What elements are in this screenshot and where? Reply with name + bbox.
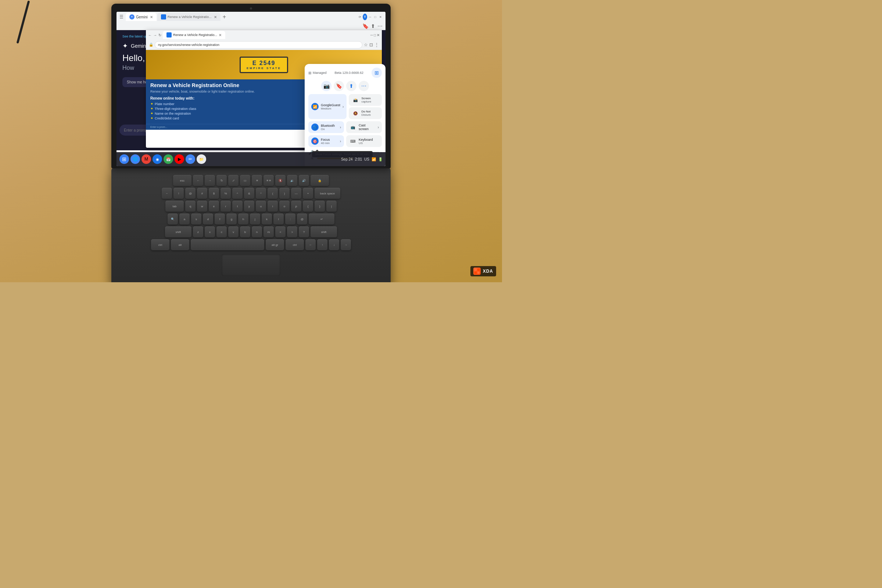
arrow-right-key[interactable]: → [340, 239, 351, 250]
close-button[interactable]: ✕ [378, 15, 382, 19]
key-k[interactable]: k [262, 213, 272, 225]
qs-screen-capture-tile[interactable]: 📸 Screen capture [349, 94, 382, 106]
key-8[interactable]: * [256, 188, 266, 199]
key-t[interactable]: t [232, 201, 243, 212]
nygov-back-icon[interactable]: ← [148, 33, 152, 37]
bright-down-key[interactable]: ☀ [252, 175, 262, 186]
key-u[interactable]: u [256, 201, 266, 212]
gemini-tab[interactable]: ✦ Gemini ✕ [126, 13, 156, 21]
fullscreen-key[interactable]: ⤢ [228, 175, 238, 186]
nygov-tab-in-gemini[interactable]: Renew a Vehicle Registratio... ✕ [157, 13, 220, 21]
vol-up-key[interactable]: 🔊 [299, 175, 309, 186]
wifi-arrow[interactable]: › [342, 105, 344, 109]
key-a[interactable]: a [179, 213, 190, 225]
key-5[interactable]: % [220, 188, 231, 199]
taskbar-youtube-icon[interactable]: ▶ [175, 154, 184, 164]
new-tab-button[interactable]: + [223, 14, 226, 20]
window-key[interactable]: ▭ [240, 175, 250, 186]
qs-bookmark-icon-button[interactable]: 🔖 [334, 81, 344, 91]
focus-arrow[interactable]: › [340, 139, 341, 143]
alt-gr-key[interactable]: alt gr [266, 239, 284, 250]
key-h[interactable]: h [238, 213, 248, 225]
minimize-button[interactable]: ─ [368, 15, 372, 19]
taskbar-calendar-icon[interactable]: 📅 [164, 154, 173, 164]
right-shift-key[interactable]: shift [310, 226, 337, 237]
tab-key[interactable]: tab [165, 201, 184, 212]
lock-key[interactable]: 🔒 [310, 175, 329, 186]
key-4[interactable]: $ [209, 188, 219, 199]
alt-key[interactable]: alt [171, 239, 189, 250]
qs-cast-tile[interactable]: 📺 Cast screen › [346, 121, 382, 133]
profile-icon[interactable]: T [363, 15, 367, 19]
key-z[interactable]: z [193, 226, 203, 237]
enter-key[interactable]: ↵ [309, 213, 334, 225]
key-minus[interactable]: — [291, 188, 302, 199]
nygov-maximize[interactable]: □ [374, 33, 376, 37]
more-icon[interactable]: ⋯ [377, 23, 382, 29]
key-rbracket[interactable]: } [315, 201, 325, 212]
nygov-more-icon[interactable]: ⋮ [375, 42, 379, 47]
forward-key[interactable]: → [205, 175, 215, 186]
key-0[interactable]: ) [279, 188, 290, 199]
key-w[interactable]: w [197, 201, 207, 212]
nygov-close-tab[interactable]: ✕ [219, 33, 222, 37]
key-period[interactable]: > [287, 226, 297, 237]
nygov-close[interactable]: ✕ [376, 33, 380, 37]
qs-more-icon-button[interactable]: ⋯ [358, 81, 369, 91]
taskbar-gmail-icon[interactable]: M [141, 154, 151, 164]
key-1[interactable]: ! [174, 188, 184, 199]
key-comma[interactable]: < [275, 226, 285, 237]
key-search[interactable]: 🔍 [168, 213, 178, 225]
hamburger-icon[interactable]: ☰ [119, 14, 123, 20]
key-l[interactable]: l [273, 213, 284, 225]
key-e[interactable]: e [209, 201, 219, 212]
ctrl-key[interactable]: ctrl [151, 239, 170, 250]
taskbar-pen-icon[interactable]: ✏ [186, 154, 195, 164]
left-shift-key[interactable]: shift [165, 226, 192, 237]
vol-down-key[interactable]: 🔉 [287, 175, 297, 186]
key-7[interactable]: & [244, 188, 254, 199]
arrow-up-key[interactable]: ↑ [317, 239, 327, 250]
mute-key[interactable]: 🔇 [275, 175, 285, 186]
bright-up-key[interactable]: ☀☀ [264, 175, 274, 186]
key-lbracket[interactable]: { [303, 201, 313, 212]
nygov-reader-icon[interactable]: ⊡ [369, 42, 373, 47]
space-key[interactable] [191, 239, 264, 250]
qs-wifi-tile[interactable]: 📶 GoogleGuest Medium › [308, 94, 346, 119]
qs-focus-tile[interactable]: 🎯 Focus 40 min › Show Focus settings. Ti… [308, 135, 344, 147]
taskbar-time[interactable]: 2:01 [355, 157, 362, 161]
qs-bluetooth-tile[interactable]: 🔵 Bluetooth On › [308, 121, 344, 133]
key-s[interactable]: s [191, 213, 201, 225]
key-c[interactable]: c [216, 226, 227, 237]
key-v[interactable]: v [228, 226, 238, 237]
qs-screenshot-icon-button[interactable]: 📷 [321, 81, 332, 91]
qs-dnd-tile[interactable]: 🔕 Do Not Disturb [349, 107, 382, 119]
key-o[interactable]: o [279, 201, 290, 212]
key-tilde[interactable]: ~ [162, 188, 172, 199]
back-key[interactable]: ← [193, 175, 203, 186]
maximize-button[interactable]: □ [373, 15, 377, 19]
nygov-active-tab[interactable]: Renew a Vehicle Registratio... ✕ [163, 31, 225, 39]
trackpad[interactable] [222, 254, 280, 276]
ctrl-right-key[interactable]: ctrl [285, 239, 304, 250]
backspace-key[interactable]: back space [315, 188, 340, 199]
nygov-tab-close[interactable]: ✕ [214, 15, 217, 19]
arrow-down-key[interactable]: ↓ [329, 239, 339, 250]
qs-keyboard-tile[interactable]: ⌨ Keyboard US [346, 135, 382, 147]
key-slash[interactable]: ? [299, 226, 309, 237]
cast-arrow[interactable]: › [378, 125, 379, 129]
key-q[interactable]: q [185, 201, 195, 212]
key-pipe[interactable]: | [326, 201, 337, 212]
key-m[interactable]: m [264, 226, 274, 237]
nygov-forward-icon[interactable]: → [153, 33, 157, 37]
share-icon[interactable]: ⬆ [371, 23, 375, 29]
key-equals[interactable]: + [303, 188, 313, 199]
nygov-url-bar[interactable]: ny.gov/services/renew-vehicle-registrati… [155, 41, 362, 48]
reload-key[interactable]: ↻ [216, 175, 227, 186]
taskbar-photos-icon[interactable]: ◉ [153, 154, 162, 164]
bluetooth-arrow[interactable]: › [340, 125, 341, 129]
key-j[interactable]: j [250, 213, 260, 225]
esc-key[interactable]: esc [173, 175, 192, 186]
key-p[interactable]: p [291, 201, 302, 212]
key-g[interactable]: g [226, 213, 237, 225]
